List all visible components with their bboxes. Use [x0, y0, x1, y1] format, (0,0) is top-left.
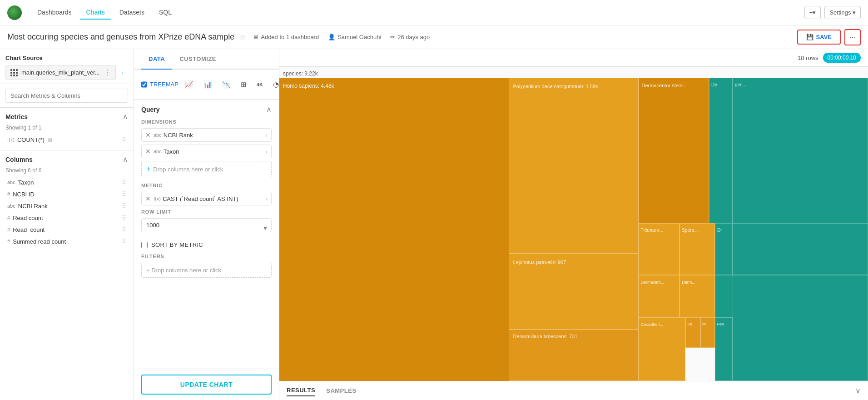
drag-handle-2[interactable]: ⠿ [122, 202, 126, 210]
col-type-1: # [7, 191, 10, 197]
tm-block-dr: Dr [715, 223, 733, 275]
save-button[interactable]: 💾 SAVE [797, 30, 841, 45]
drag-handle-metric[interactable]: ⠿ [122, 136, 126, 143]
drop-zone-text: Drop columns here or click [153, 166, 223, 173]
column-chart-btn[interactable]: 📉 [218, 79, 234, 90]
dim-expand-0[interactable]: › [265, 131, 268, 139]
col-name-4: Read_count [13, 226, 45, 233]
dimensions-label: DIMENSIONS [141, 119, 272, 125]
edit-icon: ✏ [390, 34, 395, 40]
sort-by-metric-checkbox[interactable] [141, 242, 148, 248]
tm-block-9: Derm... [680, 275, 715, 317]
top-nav: Dashboards Charts Datasets SQL +▾ Settin… [0, 0, 868, 25]
update-chart-button[interactable]: UPDATE CHART [141, 375, 272, 395]
tm-label-3: Desarmillaria tabescens: 731 [513, 334, 577, 339]
tm-block-7: Sporo... [680, 223, 715, 275]
tm-block-rteal-mid [733, 223, 868, 275]
dashboard-icon: 🖥 [253, 34, 258, 40]
query-header: Query ∧ [141, 105, 272, 114]
tm-block-10: Ceraotheri... [639, 317, 686, 381]
dashboard-meta: 🖥 Added to 1 dashboard [253, 34, 319, 40]
column-left: abc NCBI Rank [7, 203, 48, 210]
chart-toolbar: 18 rows 00:00:00.10 [279, 49, 868, 67]
collapse-sidebar-button[interactable]: ← [119, 66, 128, 79]
tm-block-gen: gen... [733, 78, 868, 223]
header-meta: 🖥 Added to 1 dashboard 👤 Samuel Gachuhi … [253, 34, 430, 40]
main-layout: Chart Source main.queries_mix_plant_ver.… [0, 49, 868, 400]
col-name-1: NCBI ID [13, 191, 35, 198]
line-chart-btn[interactable]: 📈 [181, 79, 197, 90]
drag-handle-5[interactable]: ⠿ [122, 238, 126, 245]
metrics-collapse-icon[interactable]: ∧ [123, 112, 128, 121]
metric-table-icon: ▦ [47, 136, 52, 143]
more-button[interactable]: ··· [844, 29, 861, 45]
collapse-query-button[interactable]: ∧ [266, 105, 272, 114]
metric-fx-type: f(x) [154, 196, 161, 201]
table-btn[interactable]: ⊞ [237, 79, 250, 90]
treemap-checkbox[interactable] [141, 81, 147, 88]
source-name: main.queries_mix_plant_ver... [21, 69, 100, 76]
col-name-0: Taxon [18, 179, 34, 186]
columns-collapse-icon[interactable]: ∧ [123, 155, 128, 164]
tm-label-9: Derm... [682, 280, 695, 285]
nav-dashboards[interactable]: Dashboards [31, 6, 78, 20]
dim-expand-1[interactable]: › [265, 148, 268, 155]
tm-block-rteal-bottom [733, 275, 868, 381]
remove-dimension-0[interactable]: ✕ [145, 131, 151, 139]
column-left: # NCBI ID [7, 191, 35, 198]
dim-type-0: abc [154, 132, 162, 138]
tm-label-5: De [711, 82, 717, 87]
nav-sql[interactable]: SQL [153, 6, 178, 20]
page-title: Most occuring species and genuses from X… [7, 32, 234, 42]
tm-label-1: Polypedilum decematoguttatum: 1.58k [513, 84, 598, 89]
nav-charts[interactable]: Charts [80, 6, 111, 20]
grid-icon [10, 69, 18, 76]
tm-label-8: Dermacent... [641, 280, 665, 285]
metrics-section: Metrics ∧ Showing 1 of 1 f(x) COUNT(*) ▦… [0, 108, 134, 150]
list-item: abc NCBI Rank ⠿ [5, 200, 128, 212]
tm-label-0: Homo sapiens: 4.48k [283, 83, 334, 89]
drag-handle-3[interactable]: ⠿ [122, 214, 126, 221]
drop-zone-dimensions[interactable]: + Drop columns here or click [141, 161, 272, 177]
metrics-header: Metrics ∧ [5, 112, 128, 121]
col-name-5: Summed read count [13, 238, 66, 245]
drag-handle-0[interactable]: ⠿ [122, 179, 126, 186]
star-icon[interactable]: ☆ [239, 33, 245, 41]
chart-bottom: RESULTS SAMPLES ∨ [279, 381, 868, 400]
remove-metric[interactable]: ✕ [145, 195, 151, 202]
source-row: main.queries_mix_plant_ver... ⋮ ← [5, 65, 128, 80]
rows-badge: 18 rows [798, 55, 818, 61]
source-more-icon[interactable]: ⋮ [104, 68, 111, 77]
tm-block-0: Homo sapiens: 4.48k [279, 78, 509, 381]
list-item: # Read_count ⠿ [5, 224, 128, 235]
sort-by-metric-row: SORT BY METRIC [141, 241, 272, 248]
metric-expand[interactable]: › [265, 195, 268, 202]
search-input[interactable] [5, 89, 128, 103]
drag-handle-1[interactable]: ⠿ [122, 190, 126, 198]
list-item: # Summed read count ⠿ [5, 235, 128, 247]
pie-btn[interactable]: ◔ [269, 79, 279, 90]
4k-btn[interactable]: 4K [253, 80, 267, 89]
remove-dimension-1[interactable]: ✕ [145, 148, 151, 155]
source-item[interactable]: main.queries_mix_plant_ver... ⋮ [5, 65, 116, 80]
nav-datasets[interactable]: Datasets [113, 6, 151, 20]
expand-button[interactable]: ∨ [855, 386, 861, 395]
tab-data[interactable]: DATA [141, 49, 172, 70]
tab-customize[interactable]: CUSTOMIZE [172, 49, 223, 70]
save-icon: 💾 [806, 34, 813, 40]
tm-block-5: De [709, 78, 733, 223]
drag-handle-4[interactable]: ⠿ [122, 226, 126, 233]
tab-results[interactable]: RESULTS [287, 385, 315, 396]
column-left: abc Taxon [7, 179, 34, 186]
col-type-0: abc [7, 180, 15, 185]
tm-label-pen: Pen [717, 322, 724, 326]
dim-name-1: Taxon [164, 148, 266, 155]
bar-chart-btn[interactable]: 📊 [200, 79, 216, 90]
left-sidebar: Chart Source main.queries_mix_plant_ver.… [0, 49, 134, 400]
add-filter-zone[interactable]: + Drop columns here or click [141, 263, 272, 278]
plus-button[interactable]: +▾ [804, 6, 821, 19]
settings-button[interactable]: Settings ▾ [824, 6, 861, 19]
row-limit-select[interactable]: 1000 500 100 5000 10000 [141, 218, 272, 232]
tab-samples[interactable]: SAMPLES [326, 385, 356, 396]
tm-block-3: Desarmillaria tabescens: 731 [509, 330, 638, 381]
